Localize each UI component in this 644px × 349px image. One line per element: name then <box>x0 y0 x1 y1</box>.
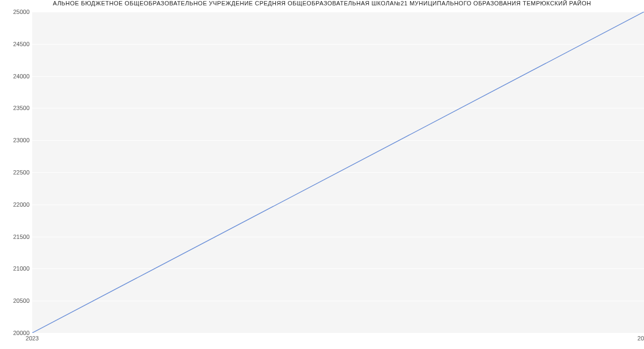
y-tick-label: 25000 <box>3 9 30 15</box>
x-tick-label: 2024 <box>638 335 644 341</box>
y-tick-label: 23000 <box>3 137 30 143</box>
chart-title: АЛЬНОЕ БЮДЖЕТНОЕ ОБЩЕОБРАЗОВАТЕЛЬНОЕ УЧР… <box>0 0 644 9</box>
x-tick-label: 2023 <box>26 335 39 341</box>
y-tick-label: 23500 <box>3 105 30 111</box>
y-tick-label: 22000 <box>3 201 30 208</box>
y-tick-label: 22500 <box>3 169 30 176</box>
grid-line <box>32 333 644 333</box>
y-tick-label: 20500 <box>3 297 30 304</box>
chart-container: АЛЬНОЕ БЮДЖЕТНОЕ ОБЩЕОБРАЗОВАТЕЛЬНОЕ УЧР… <box>0 0 644 349</box>
y-tick-label: 21500 <box>3 234 30 240</box>
plot-area <box>32 12 644 333</box>
y-tick-label: 21000 <box>3 265 30 272</box>
y-tick-label: 24500 <box>3 41 30 47</box>
y-tick-label: 24000 <box>3 73 30 79</box>
line-series <box>32 12 644 333</box>
